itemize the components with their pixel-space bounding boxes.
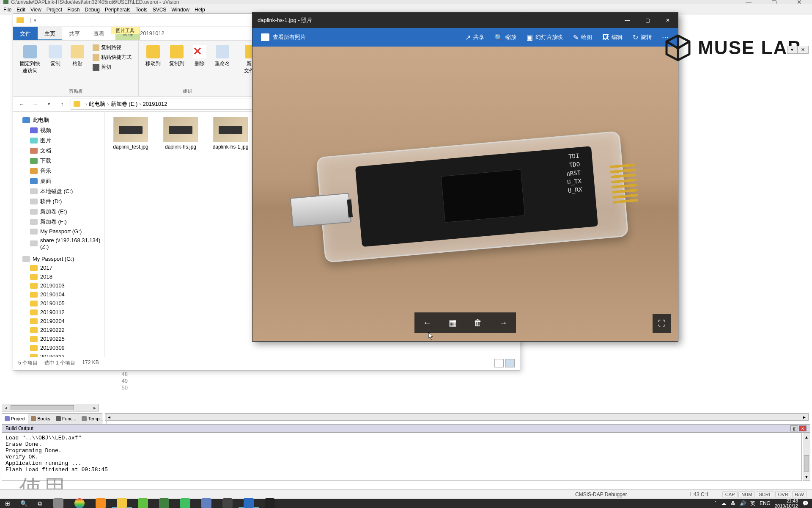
photos-titlebar[interactable]: daplink-hs-1.jpg - 照片 — ▢ ✕ [252,13,678,28]
up-button[interactable]: ↑ [57,99,67,109]
functions-tab[interactable]: Func... [53,414,80,424]
fullscreen-button[interactable]: ⛶ [653,314,671,333]
taskbar-app[interactable] [217,499,238,508]
tab-view[interactable]: 查看 [87,27,111,40]
view-icons-button[interactable] [505,359,515,367]
build-output[interactable]: Load "..\\OBJ\\LED.axf" Erase Done. Prog… [2,433,802,481]
nav-folder[interactable]: 20190112 [13,308,104,317]
scroll-thumb[interactable] [804,455,809,472]
taskbar-app[interactable] [175,499,195,508]
build-output-titlebar[interactable]: Build Output ◧ ✕ [2,424,810,433]
share-button[interactable]: ↗共享 [461,31,488,44]
tab-home[interactable]: 主页 [38,27,62,40]
menu-flash[interactable]: Flash [67,7,80,13]
menu-debug[interactable]: Debug [85,7,100,13]
slideshow-button[interactable]: ▣幻灯片放映 [522,31,567,44]
nav-folder[interactable]: 20190103 [13,281,104,290]
taskbar-app[interactable] [69,499,90,508]
copy-button[interactable]: 复制 [47,43,64,76]
menu-help[interactable]: Help [195,7,205,13]
rename-button[interactable]: 重命名 [213,43,232,69]
maximize-button[interactable]: ▢ [761,0,787,4]
taskbar-app[interactable] [196,499,217,508]
nav-this-pc[interactable]: 此电脑 [13,115,104,125]
scroll-down-icon[interactable]: ▼ [803,473,810,480]
menu-window[interactable]: Window [171,7,189,13]
editor-hscroll[interactable]: ◄ ► [105,413,809,421]
taskbar-explorer[interactable] [112,499,132,508]
draw-button[interactable]: ✎绘图 [569,31,596,44]
taskbar-app[interactable] [48,499,69,508]
file-item[interactable]: daplink-hs-1.jpg [209,117,252,150]
tray-icon[interactable]: 🖧 [730,500,735,506]
pane-pin-button[interactable]: ◧ [790,425,798,431]
books-tab[interactable]: Books [28,414,53,424]
gallery-button[interactable]: ▦ [442,312,463,333]
taskbar-app[interactable] [91,499,111,508]
taskbar-app[interactable] [133,499,153,508]
start-button[interactable]: ⊞ [0,499,15,508]
menu-svcs[interactable]: SVCS [153,7,167,13]
scroll-left-icon[interactable]: ◄ [2,404,10,411]
nav-drive-f[interactable]: 新加卷 (F:) [13,217,104,227]
tray-volume-icon[interactable]: 🔊 [740,500,746,506]
file-item[interactable]: daplink_test.jpg [110,117,152,150]
file-item[interactable]: daplink-hs.jpg [159,117,202,150]
paste-button[interactable]: 粘贴 [69,43,86,76]
editor-tab-dropdown[interactable]: ▾ [787,46,797,54]
scroll-up-icon[interactable]: ▲ [803,433,810,441]
qat-dropdown-icon[interactable]: ▾ [34,17,36,23]
scroll-right-icon[interactable]: ► [91,404,99,411]
templates-tab[interactable]: Temp... [79,414,106,424]
menu-view[interactable]: View [30,7,41,13]
menu-file[interactable]: File [3,7,11,13]
nav-drive-c[interactable]: 本地磁盘 (C:) [13,186,104,196]
taskbar-clock[interactable]: 21:43 2019/10/12 [775,498,798,508]
task-view-button[interactable]: ⧉ [32,499,47,508]
delete-button[interactable]: ✕删除 [191,43,208,69]
minimize-button[interactable]: — [736,0,761,4]
taskbar-photos[interactable] [239,499,259,508]
menu-peripherals[interactable]: Peripherals [105,7,131,13]
scroll-left-icon[interactable]: ◄ [105,414,113,420]
tray-lang[interactable]: ENG [760,500,771,506]
editor-tab-close[interactable]: ✕ [797,46,809,54]
breadcrumb-seg[interactable]: 20191012 [143,101,167,107]
nav-drive-g[interactable]: My Passport (G:) [13,227,104,236]
nav-drive-e[interactable]: 新加卷 (E:) [13,207,104,217]
breadcrumb-seg[interactable]: 新加卷 (E:) [111,100,138,108]
nav-pane[interactable]: 此电脑 视频 图片 文档 下载 音乐 桌面 本地磁盘 (C:) 软件 (D:) … [13,112,104,357]
build-output-vscroll[interactable]: ▲ ▼ [803,433,810,481]
nav-drive-d[interactable]: 软件 (D:) [13,196,104,207]
search-button[interactable]: 🔍 [16,499,31,508]
nav-desktop[interactable]: 桌面 [13,176,104,186]
close-button[interactable]: ✕ [658,13,678,28]
maximize-button[interactable]: ▢ [637,13,658,28]
delete-photo-button[interactable]: 🗑 [468,312,488,333]
nav-pictures[interactable]: 图片 [13,135,104,146]
tab-share[interactable]: 共享 [62,27,87,40]
nav-documents[interactable]: 文档 [13,146,104,156]
minimize-button[interactable]: — [617,13,637,28]
scroll-right-icon[interactable]: ► [801,414,808,420]
paste-shortcut-button[interactable]: 粘贴快捷方式 [91,53,133,62]
notifications-button[interactable]: 💬 [802,500,809,506]
edit-button[interactable]: 🖼编辑 [598,31,627,44]
cut-button[interactable]: 剪切 [91,63,133,72]
scroll-thumb[interactable] [11,405,74,410]
forward-button[interactable]: → [30,99,40,109]
tray-up-icon[interactable]: ˄ [714,500,717,506]
view-details-button[interactable] [494,359,504,367]
menu-tools[interactable]: Tools [136,7,148,13]
photo-viewport[interactable]: TDI TDO nRST U_TX U_RX ← ▦ 🗑 → ⛶ [252,47,678,341]
zoom-button[interactable]: 🔍缩放 [490,31,521,44]
recent-dropdown[interactable]: ▾ [44,99,54,109]
project-tab[interactable]: Project [2,414,28,424]
tray-icon[interactable]: ☁ [721,500,726,506]
nav-folder[interactable]: 20190105 [13,299,104,308]
menu-edit[interactable]: Edit [16,7,25,13]
nav-folder[interactable]: 20190104 [13,290,104,299]
taskbar-app[interactable] [154,499,174,508]
menu-project[interactable]: Project [47,7,62,13]
nav-folder[interactable]: 20190312 [13,352,104,357]
